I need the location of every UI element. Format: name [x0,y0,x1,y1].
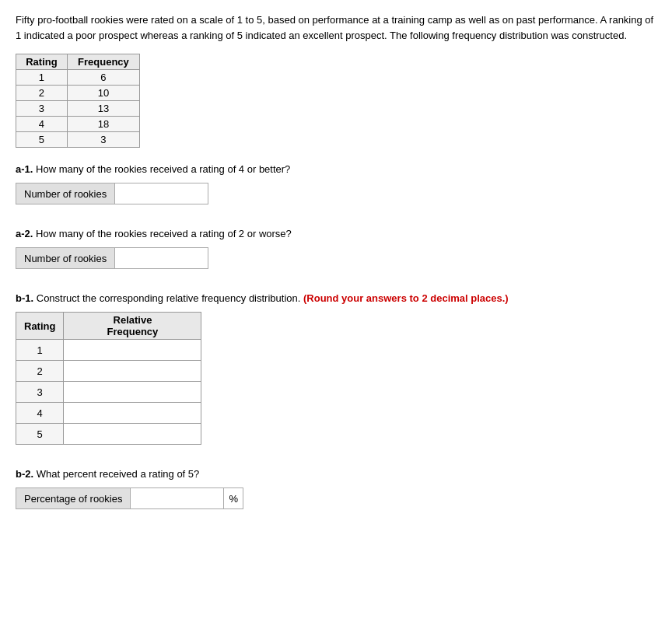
freq-cell-rating: 3 [16,101,68,117]
b2-unit-label: % [224,487,243,509]
rf-cell-input [64,403,201,424]
rf-cell-rating: 1 [16,340,64,361]
rf-input-field[interactable] [64,382,201,402]
q-a1-text: How many of the rookies received a ratin… [33,163,290,175]
rf-cell-input [64,361,201,382]
freq-cell-rating: 4 [16,117,68,132]
a1-input-label: Number of rookies [16,183,115,204]
relative-frequency-table: Rating RelativeFrequency 12345 [16,312,201,445]
rf-cell-rating: 3 [16,382,64,403]
rf-header-relfreq: RelativeFrequency [64,313,201,340]
freq-cell-frequency: 13 [67,101,139,117]
q-b1-label: b-1. [16,292,33,304]
b2-input-row: Percentage of rookies % [16,487,656,509]
rf-cell-rating: 2 [16,361,64,382]
freq-cell-rating: 1 [16,70,68,86]
rf-cell-rating: 4 [16,403,64,424]
freq-cell-frequency: 6 [67,70,139,86]
rf-input-field[interactable] [64,403,201,423]
q-a2-text: How many of the rookies received a ratin… [33,228,291,239]
freq-cell-frequency: 3 [67,132,139,148]
rf-input-field[interactable] [64,340,201,360]
a1-input-field[interactable] [115,183,208,204]
intro-text: Fifty pro-football rookies were rated on… [16,12,656,43]
question-a2: a-2. How many of the rookies received a … [16,228,656,239]
rf-cell-rating: 5 [16,424,64,445]
q-a2-label: a-2. [16,228,33,239]
rf-cell-input [64,340,201,361]
rf-input-field[interactable] [64,361,201,381]
q-b1-text: Construct the corresponding relative fre… [33,292,303,304]
question-a1: a-1. How many of the rookies received a … [16,163,656,175]
frequency-table: Rating Frequency 1621031341853 [16,54,140,148]
a2-input-label: Number of rookies [16,247,115,269]
a2-input-row: Number of rookies [16,247,656,269]
q-b2-text: What percent received a rating of 5? [33,468,199,480]
question-b2: b-2. What percent received a rating of 5… [16,468,656,480]
freq-cell-frequency: 18 [67,117,139,132]
q-b2-label: b-2. [16,468,33,480]
b2-input-field[interactable] [131,487,224,509]
rf-cell-input [64,382,201,403]
freq-cell-frequency: 10 [67,86,139,101]
a1-input-row: Number of rookies [16,183,656,204]
rf-header-rating: Rating [16,313,64,340]
freq-cell-rating: 5 [16,132,68,148]
freq-header-rating: Rating [16,54,68,70]
freq-header-frequency: Frequency [67,54,139,70]
rf-cell-input [64,424,201,445]
rf-input-field[interactable] [64,424,201,444]
question-b1: b-1. Construct the corresponding relativ… [16,292,656,304]
q-a1-label: a-1. [16,163,33,175]
freq-cell-rating: 2 [16,86,68,101]
b2-input-label: Percentage of rookies [16,487,131,509]
q-b1-highlight: (Round your answers to 2 decimal places.… [303,292,509,304]
a2-input-field[interactable] [115,247,208,269]
